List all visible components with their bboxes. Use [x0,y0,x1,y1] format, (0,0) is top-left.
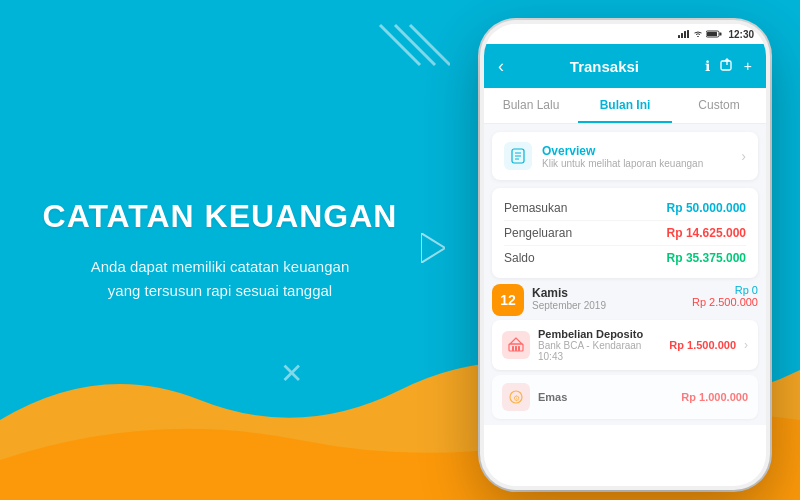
tab-bulan-ini[interactable]: Bulan Ini [578,88,672,123]
overview-subtitle: Klik untuk melihat laporan keuangan [542,158,731,169]
day-date: September 2019 [532,300,684,311]
info-icon[interactable]: ℹ [705,58,710,74]
trans-icon-1 [502,331,530,359]
pengeluaran-row: Pengeluaran Rp 14.625.000 [504,221,746,246]
transaction-section: 12 Kamis September 2019 Rp 0 Rp 2.500.00… [492,284,758,419]
tabs-bar: Bulan Lalu Bulan Ini Custom [484,88,766,124]
day-income: Rp 0 [692,284,758,296]
tab-bulan-lalu[interactable]: Bulan Lalu [484,88,578,123]
left-content: CATATAN KEUANGAN Anda dapat memiliki cat… [0,0,440,500]
phone-mockup: 12:30 ‹ Transaksi ℹ + [480,20,770,490]
svg-rect-19 [512,346,514,351]
share-icon[interactable] [720,58,734,75]
svg-rect-21 [518,346,520,351]
deco-dots [370,20,450,70]
trans-value-2: Rp 1.000.000 [681,391,748,403]
trans-amount-1: Rp 1.500.000 [669,339,736,351]
phone-outer: 12:30 ‹ Transaksi ℹ + [480,20,770,490]
trans-name-2: Emas [538,391,673,403]
svg-rect-7 [687,30,689,38]
svg-marker-18 [510,338,522,344]
trans-info-2: Emas [538,391,673,403]
trans-sub-1: Bank BCA - Kendaraan10:43 [538,340,661,362]
pengeluaran-label: Pengeluaran [504,226,572,240]
deco-x: ✕ [280,357,303,390]
status-icons [678,30,722,38]
svg-rect-10 [707,32,717,36]
saldo-value: Rp 35.375.000 [667,251,746,265]
trans-icon-2: ⚙ [502,383,530,411]
phone-inner: 12:30 ‹ Transaksi ℹ + [484,24,766,486]
pemasukan-label: Pemasukan [504,201,567,215]
status-time: 12:30 [728,29,754,40]
signal-icon [678,30,690,38]
trans-arrow-1: › [744,338,748,352]
trans-name-1: Pembelian Deposito [538,328,661,340]
share-svg [720,58,734,72]
pemasukan-row: Pemasukan Rp 50.000.000 [504,196,746,221]
pengeluaran-value: Rp 14.625.000 [667,226,746,240]
svg-text:⚙: ⚙ [513,394,520,403]
back-button[interactable]: ‹ [498,56,504,77]
day-name: Kamis [532,286,684,300]
transaction-item-1[interactable]: Pembelian Deposito Bank BCA - Kendaraan1… [492,320,758,370]
overview-arrow: › [741,148,746,164]
transaction-item-2[interactable]: ⚙ Emas Rp 1.000.000 [492,375,758,419]
app-header: ‹ Transaksi ℹ + [484,44,766,88]
header-title: Transaksi [512,58,697,75]
overview-title: Overview [542,144,731,158]
overview-svg [510,148,526,164]
day-info: Kamis September 2019 [532,284,684,311]
deco-triangle [421,233,445,267]
subtitle: Anda dapat memiliki catatan keuangan yan… [80,255,360,303]
svg-rect-11 [721,61,731,70]
emas-icon: ⚙ [508,389,524,405]
day-amounts: Rp 0 Rp 2.500.000 [692,284,758,308]
wifi-icon [693,30,703,38]
svg-rect-5 [681,33,683,38]
trans-value-1: Rp 1.500.000 [669,339,736,351]
pemasukan-value: Rp 50.000.000 [667,201,746,215]
add-icon[interactable]: + [744,58,752,74]
day-expense: Rp 2.500.000 [692,296,758,308]
svg-rect-4 [678,35,680,38]
saldo-label: Saldo [504,251,535,265]
tab-custom[interactable]: Custom [672,88,766,123]
status-bar: 12:30 [484,24,766,44]
finance-section: Pemasukan Rp 50.000.000 Pengeluaran Rp 1… [492,188,758,278]
header-icons: ℹ + [705,58,752,75]
app-content: Overview Klik untuk melihat laporan keua… [484,124,766,425]
svg-rect-6 [684,31,686,38]
trans-amount-2: Rp 1.000.000 [681,391,748,403]
day-header: 12 Kamis September 2019 Rp 0 Rp 2.500.00… [492,284,758,316]
svg-rect-9 [720,33,722,36]
day-badge: 12 [492,284,524,316]
svg-rect-20 [515,346,517,351]
main-title: CATATAN KEUANGAN [43,198,398,235]
battery-icon [706,30,722,38]
day-number: 12 [500,292,516,308]
svg-marker-3 [421,233,445,263]
bank-icon [508,337,524,353]
saldo-row: Saldo Rp 35.375.000 [504,246,746,270]
overview-icon [504,142,532,170]
overview-card[interactable]: Overview Klik untuk melihat laporan keua… [492,132,758,180]
trans-info-1: Pembelian Deposito Bank BCA - Kendaraan1… [538,328,661,362]
overview-text: Overview Klik untuk melihat laporan keua… [542,144,731,169]
